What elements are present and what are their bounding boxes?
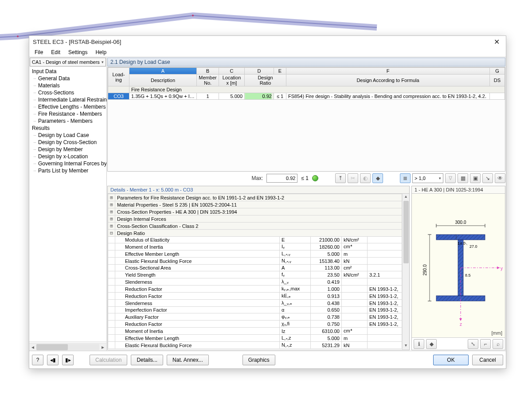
details-row[interactable]: Yield Strengthfᵧ23.50kN/cm²3.2.1: [108, 271, 402, 278]
svg-text:z: z: [460, 322, 462, 327]
close-icon[interactable]: ✕: [491, 38, 502, 46]
nat-annex-button[interactable]: Nat. Annex...: [167, 355, 209, 365]
view-member-icon[interactable]: ⤒: [335, 173, 346, 183]
svg-text:14.0: 14.0: [458, 241, 466, 246]
grid-table[interactable]: Load- ing A B C D E F G Description Memb…: [108, 67, 505, 100]
results-grid: Load- ing A B C D E F G Description Memb…: [107, 67, 505, 172]
dialog-window: STEEL EC3 - [RSTAB-Beispiel-06] ✕ File E…: [29, 35, 506, 369]
sidebar: CA1 - Design of steel members ▾ Input Da…: [29, 57, 107, 351]
section-title: 1 - HE A 300 | DIN 1025-3:1994: [412, 186, 505, 194]
case-combo[interactable]: CA1 - Design of steel members ▾: [30, 58, 106, 66]
footer-bar: ? ◂▮ ▮▸ Calculation Details... Nat. Anne…: [29, 351, 506, 368]
menu-file[interactable]: File: [32, 48, 46, 56]
details-header: Details - Member 1 - x: 5.000 m - CO3: [108, 186, 409, 194]
svg-point-1: [192, 15, 194, 16]
details-button[interactable]: Details...: [131, 355, 163, 365]
info-icon[interactable]: ℹ: [414, 339, 424, 349]
details-row[interactable]: Moment of InertiaIz6310.00cm⁴: [108, 328, 402, 335]
svg-text:8.5: 8.5: [465, 273, 471, 278]
sort-icon[interactable]: ≣: [400, 173, 411, 183]
color-icon[interactable]: ◆: [372, 173, 383, 183]
tree-item[interactable]: Design by Load Case: [29, 132, 106, 139]
details-panel: Details - Member 1 - x: 5.000 m - CO3 ⊞P…: [107, 186, 410, 350]
panel-title: 2.1 Design by Load Case: [107, 58, 505, 66]
color-icon[interactable]: ◆: [426, 339, 437, 349]
tree-item[interactable]: General Data: [29, 75, 106, 82]
section-panel: 1 - HE A 300 | DIN 1025-3:1994 300.0 290…: [411, 186, 505, 350]
details-row[interactable]: Slendernessλ_ᵧ0.419: [108, 278, 402, 286]
tree-h-scrollbar[interactable]: ◂▸: [29, 343, 106, 351]
svg-marker-21: [459, 318, 462, 321]
pick-icon[interactable]: ↘: [482, 173, 493, 183]
menu-settings[interactable]: Settings: [66, 48, 90, 56]
tree-item[interactable]: Design by x-Location: [29, 153, 106, 160]
tree-group-input[interactable]: Input Data: [29, 68, 106, 75]
window-title: STEEL EC3 - [RSTAB-Beispiel-06]: [33, 39, 491, 45]
details-row[interactable]: Cross-Sectional AreaA113.00cm²: [108, 265, 402, 271]
tool-icon[interactable]: ✂: [348, 173, 358, 183]
grid-row[interactable]: CO3 1.35G + 1.5Qs + 0.9Qw + Imp 1 5.000 …: [108, 93, 505, 100]
details-table[interactable]: ⊞Parameters for Fire Resistance Design a…: [108, 194, 402, 349]
calculation-button[interactable]: Calculation: [90, 355, 127, 365]
details-row[interactable]: Auxiliary Factorφᵧ,ₒ0.738EN 1993-1-2,: [108, 313, 402, 321]
next-page-button[interactable]: ▮▸: [62, 355, 74, 365]
tree-item[interactable]: Cross-Sections: [29, 89, 106, 96]
details-row[interactable]: Slendernessλ_ᵧ,ₒ0.438EN 1993-1-2,: [108, 300, 402, 307]
details-row[interactable]: Elastic Flexural Buckling ForceN꜀ᵣ,z5231…: [108, 342, 402, 349]
max-le-label: ≤ 1: [299, 175, 310, 181]
title-bar: STEEL EC3 - [RSTAB-Beispiel-06] ✕: [29, 36, 506, 47]
svg-point-0: [17, 35, 19, 37]
details-row[interactable]: Effective Member LengthL꜀ᵣ,ᵧ5.000m: [108, 250, 402, 258]
details-row[interactable]: Effective Member LengthL꜀ᵣ,z5.000m: [108, 335, 402, 342]
svg-text:290.0: 290.0: [422, 264, 427, 275]
help-button[interactable]: ?: [32, 355, 43, 365]
select-icon[interactable]: ▣: [470, 173, 481, 183]
main-area: 2.1 Design by Load Case Load- ing A B C …: [107, 57, 506, 351]
chevron-down-icon: ▾: [439, 176, 441, 180]
svg-marker-18: [497, 266, 500, 269]
tree-group-results[interactable]: Results: [29, 125, 106, 132]
tool-icon[interactable]: ◐: [360, 173, 371, 183]
svg-rect-14: [436, 235, 485, 240]
tree-item[interactable]: Governing Internal Forces by M: [29, 160, 106, 167]
ratio-filter-combo[interactable]: > 1,0 ▾: [412, 173, 443, 183]
max-value-input[interactable]: [266, 174, 297, 183]
menu-edit[interactable]: Edit: [48, 48, 63, 56]
section-canvas: 300.0 290.0: [412, 194, 505, 337]
details-row[interactable]: Imperfection Factorα0.650EN 1993-1-2,: [108, 307, 402, 313]
max-label: Max:: [251, 175, 263, 181]
tree-item[interactable]: Design by Cross-Section: [29, 139, 106, 146]
status-ok-icon: [312, 175, 318, 181]
zoom-icon[interactable]: ⌕: [493, 339, 503, 349]
cancel-button[interactable]: Cancel: [472, 355, 503, 365]
filter-icon[interactable]: ∇: [445, 173, 456, 183]
tree-item[interactable]: Parts List by Member: [29, 167, 106, 174]
eye-icon[interactable]: 👁: [495, 173, 505, 183]
menu-help[interactable]: Help: [93, 48, 109, 56]
details-row[interactable]: Reduction Factorkᵧ,ₒ,max1.000EN 1993-1-2…: [108, 286, 402, 293]
section-toolbar: ℹ ◆ ⤡ ⌐ ⌕: [412, 337, 505, 350]
chevron-down-icon: ▾: [102, 60, 104, 64]
details-row[interactable]: Reduction Factorχᵧ,fi0.750EN 1993-1-2,: [108, 321, 402, 328]
tree-item[interactable]: Fire Resistance - Members: [29, 110, 106, 117]
ok-button[interactable]: OK: [433, 355, 469, 365]
export-icon[interactable]: ▦: [458, 173, 468, 183]
unit-label: [mm]: [492, 330, 502, 336]
tree-item[interactable]: Materials: [29, 82, 106, 89]
details-row[interactable]: Reduction FactorkE,ₒ0.913EN 1993-1-2,: [108, 293, 402, 300]
graphics-button[interactable]: Graphics: [243, 355, 275, 365]
grid-toolbar: Max: ≤ 1 ⤒ ✂ ◐ ◆ ≣ > 1,0 ▾ ∇ ▦ ▣ ↘ 👁: [107, 172, 505, 184]
svg-text:27.0: 27.0: [469, 244, 477, 249]
tree-item[interactable]: Intermediate Lateral Restraints: [29, 96, 106, 103]
details-v-scrollbar[interactable]: ▴ ▾: [402, 194, 409, 350]
axes-icon[interactable]: ⌐: [480, 339, 491, 349]
axis-icon[interactable]: ⤡: [468, 339, 478, 349]
tree-item[interactable]: Parameters - Members: [29, 117, 106, 125]
tree-item[interactable]: Effective Lengths - Members: [29, 103, 106, 110]
tree-item[interactable]: Design by Member: [29, 146, 106, 153]
nav-tree: Input Data General Data Materials Cross-…: [29, 68, 106, 342]
details-row[interactable]: Modulus of ElasticityE21000.00kN/cm²: [108, 237, 402, 243]
details-row[interactable]: Elastic Flexural Buckling ForceN꜀ᵣ,ᵧ1513…: [108, 258, 402, 265]
details-row[interactable]: Moment of InertiaIᵧ18260.00cm⁴: [108, 243, 402, 250]
prev-page-button[interactable]: ◂▮: [47, 355, 59, 365]
